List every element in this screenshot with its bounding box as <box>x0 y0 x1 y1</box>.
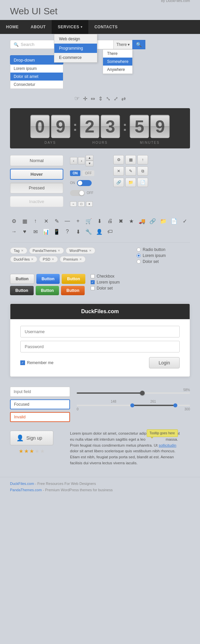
dropdown-item-webdesign[interactable]: Web design <box>54 34 97 44</box>
input-invalid[interactable] <box>10 412 70 422</box>
icon-star[interactable]: ★ <box>127 217 135 225</box>
slider-handle-single[interactable] <box>140 391 145 395</box>
slider-handle-low[interactable] <box>130 403 134 407</box>
icon-btn-link[interactable]: 🔗 <box>113 178 124 187</box>
nav-item-about[interactable]: ABOUT <box>25 20 52 34</box>
dismiss-minus-btn[interactable]: − <box>70 201 77 207</box>
dismiss-box-btn[interactable]: □ <box>78 201 85 207</box>
search-dd-somewhere[interactable]: Somewhere <box>103 58 132 66</box>
icon-mobile[interactable]: 📱 <box>53 228 61 236</box>
icon-close[interactable]: ✕ <box>42 217 50 225</box>
dismiss-close-btn[interactable]: × <box>86 201 93 207</box>
dropdown-item-ecommerce[interactable]: E-commerce <box>54 53 97 62</box>
slider-range-track[interactable] <box>77 405 190 406</box>
abtn-green-1[interactable]: Button <box>36 286 59 295</box>
slider-handle-high[interactable] <box>173 403 177 407</box>
username-field[interactable] <box>20 326 180 337</box>
tag-duckfiles[interactable]: DuckFiles ✕ <box>10 256 37 263</box>
star-4[interactable]: ★ <box>35 448 39 454</box>
btn-pressed[interactable]: Pressed <box>10 182 63 193</box>
radio-item-2[interactable]: Lorem ipsum <box>137 253 190 258</box>
icon-user[interactable]: 👤 <box>95 228 103 236</box>
nav-prev-btn[interactable]: ‹ <box>70 157 77 164</box>
icon-btn-edit[interactable]: ✎ <box>125 166 136 176</box>
remember-me[interactable]: ✓ Remember me <box>20 360 53 365</box>
star-2[interactable]: ★ <box>24 448 29 454</box>
nav-item-contacts[interactable]: CONTACTS <box>88 20 124 34</box>
icon-print[interactable]: 🖨 <box>106 217 114 225</box>
checkbox-item-2[interactable]: ✓ Lorem ipsum <box>91 280 144 285</box>
nav-next-btn[interactable]: › <box>78 157 85 164</box>
toggle-on-label[interactable]: ON <box>70 170 80 176</box>
footer-link-pandathemes[interactable]: PandaThemes.com - Premium WordPress them… <box>10 487 190 493</box>
icon-chart[interactable]: 📊 <box>42 228 50 236</box>
search-submit-btn[interactable]: 🔍 <box>132 40 145 49</box>
dd-item-consectetur[interactable]: Consectetur <box>10 81 63 89</box>
icon-btn-copy[interactable]: ⧉ <box>137 166 148 176</box>
footer-link-duckfiles[interactable]: DuckFiles.com - Free Resources For Web D… <box>10 481 190 487</box>
icon-grid[interactable]: ▦ <box>21 217 29 225</box>
tag-tag[interactable]: Tag ✕ <box>10 247 27 254</box>
search-dropdown-btn[interactable]: There ▾ <box>113 40 132 49</box>
icon-btn-grid[interactable]: ▦ <box>125 155 136 164</box>
icon-btn-gear[interactable]: ⚙ <box>113 155 124 164</box>
icon-arrow[interactable]: → <box>10 228 18 236</box>
abtn-yellow-1[interactable]: Button <box>62 274 85 284</box>
search-dd-anywhere[interactable]: Anywhere <box>103 66 132 74</box>
abtn-orange-1[interactable]: Button <box>61 286 85 295</box>
password-field[interactable] <box>20 341 180 352</box>
abtn-blue-1[interactable]: Button <box>36 274 60 284</box>
tag-premium[interactable]: Premium ✕ <box>60 256 86 263</box>
nav-down-btn[interactable]: ▼ <box>86 161 93 166</box>
nav-up-btn[interactable]: ▲ <box>86 155 93 161</box>
search-dd-there[interactable]: There <box>103 50 132 58</box>
dd-item-lorem[interactable]: Lorem ipsum <box>10 65 63 73</box>
icon-plus[interactable]: + <box>74 217 82 225</box>
dropdown-item-programming[interactable]: Programming <box>54 44 97 53</box>
star-1[interactable]: ★ <box>19 448 23 454</box>
icon-link[interactable]: 🔗 <box>149 217 157 225</box>
icon-circle-x[interactable]: ✖ <box>117 217 125 225</box>
icon-question[interactable]: ? <box>63 228 71 236</box>
icon-tag[interactable]: 🏷 <box>106 228 114 236</box>
icon-heart[interactable]: ♥ <box>21 228 29 236</box>
signup-btn[interactable]: 👤 Sign up <box>10 431 53 445</box>
icon-mail[interactable]: ✉ <box>31 228 39 236</box>
icon-minus[interactable]: — <box>63 217 71 225</box>
toggle-track-on[interactable] <box>77 180 92 186</box>
icon-check[interactable]: ✓ <box>181 217 189 225</box>
icon-download2[interactable]: ⬇ <box>74 228 82 236</box>
toggle-track-off[interactable] <box>70 190 85 196</box>
icon-download[interactable]: ⬇ <box>95 217 103 225</box>
toggle-off-label[interactable]: OFF <box>82 170 94 176</box>
icon-btn-folder[interactable]: 📁 <box>125 178 136 187</box>
input-focused[interactable] <box>10 399 70 409</box>
checkbox-item-1[interactable]: Checkbox <box>91 274 144 279</box>
btn-normal[interactable]: Normal <box>10 155 63 166</box>
btn-hover[interactable]: Hover <box>10 169 63 180</box>
tag-psd[interactable]: PSD ✕ <box>39 256 58 263</box>
icon-upload[interactable]: ↑ <box>31 217 39 225</box>
tag-wordpress[interactable]: WordPress ✕ <box>66 247 95 254</box>
icon-btn-upload[interactable]: ↑ <box>137 155 148 164</box>
abtn-white-1[interactable]: Button <box>10 274 34 284</box>
icon-gear[interactable]: ⚙ <box>10 217 18 225</box>
radio-item-1[interactable]: Radio button <box>137 247 190 252</box>
radio-item-3[interactable]: Dolor set <box>137 259 190 264</box>
icon-doc[interactable]: 📄 <box>170 217 178 225</box>
star-5[interactable]: ★ <box>40 448 45 454</box>
slider-track-single[interactable] <box>77 392 190 394</box>
icon-folder[interactable]: 📁 <box>159 217 167 225</box>
lorem-link[interactable]: sollicitudin <box>159 443 176 447</box>
icon-cart[interactable]: 🛒 <box>85 217 93 225</box>
abtn-dark-1[interactable]: Button <box>10 286 34 295</box>
login-btn[interactable]: Login <box>149 357 180 368</box>
star-3[interactable]: ★ <box>29 448 34 454</box>
nav-item-services[interactable]: SERVICES ▾ <box>52 20 88 34</box>
icon-pencil[interactable]: ✎ <box>53 217 61 225</box>
dd-item-dolor[interactable]: Dolor sit amet <box>10 73 63 81</box>
checkbox-item-3[interactable]: Dolor set <box>91 286 144 291</box>
tag-pandathemes[interactable]: PandaThemes ✕ <box>29 247 64 254</box>
nav-item-home[interactable]: HOME <box>0 20 25 34</box>
icon-btn-close[interactable]: ✕ <box>113 166 124 176</box>
